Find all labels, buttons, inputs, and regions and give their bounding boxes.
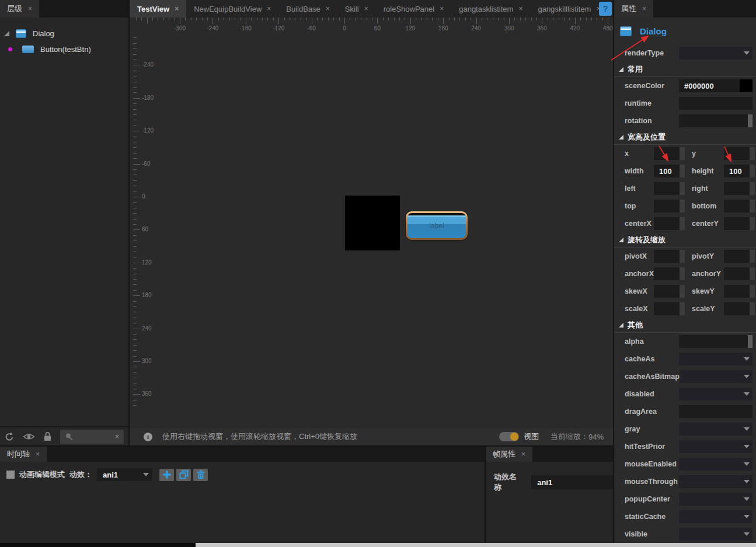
tab-close-icon[interactable]: × [28,5,32,13]
spinner-handle[interactable] [748,114,752,127]
prop-input-width[interactable]: 100 [654,165,685,177]
view-toggle[interactable] [499,432,519,441]
editor-tab-Skill[interactable]: Skill× [337,0,376,18]
prop-input-anchorY[interactable] [724,267,755,280]
tab-hierarchy[interactable]: 层级 × [0,0,39,18]
spinner-handle[interactable] [750,182,755,195]
prop-select-staticCache[interactable] [679,510,752,523]
tab-close-icon[interactable]: × [267,5,271,13]
horizontal-scrollbar[interactable] [0,543,756,547]
tab-properties[interactable]: 属性 × [614,0,653,18]
eye-icon[interactable] [23,433,35,441]
tab-close-icon[interactable]: × [364,5,368,13]
prop-input-skewX[interactable] [654,285,685,298]
prop-input-x[interactable] [654,147,685,160]
scrollbar-thumb[interactable] [0,543,196,547]
editor-tab-roleShowPanel[interactable]: roleShowPanel× [376,0,451,18]
prop-input-y[interactable] [724,147,755,160]
editor-tab-BuildBase[interactable]: BuildBase× [278,0,337,18]
stage-dialog-rect[interactable] [345,196,400,250]
prop-input-right[interactable] [724,182,755,195]
anim-edit-mode-checkbox[interactable] [6,471,15,479]
prop-input-top[interactable] [654,200,685,212]
prop-input-centerY[interactable] [724,217,755,230]
spinner-handle[interactable] [750,147,755,160]
spinner-handle[interactable] [750,285,755,298]
editor-tab-TestView[interactable]: TestView× [130,0,186,18]
tab-frame-properties[interactable]: 帧属性 × [486,447,532,462]
prop-select-renderType[interactable] [679,47,752,60]
prop-select-disabled[interactable] [679,388,752,400]
editor-tab-NewEquipBuildView[interactable]: NewEquipBuildView× [186,0,278,18]
tab-close-icon[interactable]: × [326,5,330,13]
section-header[interactable]: 常用 [614,62,756,77]
tree-node-dialog[interactable]: Dialog [0,26,128,41]
lock-icon[interactable] [44,431,51,441]
spinner-handle[interactable] [750,217,755,230]
clear-search-icon[interactable]: × [115,433,119,441]
tab-close-icon[interactable]: × [518,5,522,13]
prop-input-bottom[interactable] [724,200,755,212]
spinner-handle[interactable] [750,267,755,280]
effect-select[interactable]: ani1 [97,468,152,481]
prop-select-hitTestPrior[interactable] [679,440,752,453]
spinner-handle[interactable] [750,165,755,177]
prop-input-rotation[interactable] [679,114,752,127]
expand-caret-icon[interactable] [4,31,9,36]
prop-input-dragArea[interactable] [679,405,752,418]
tab-timeline[interactable]: 时间轴 × [0,447,47,462]
prop-input-anchorX[interactable] [654,267,685,280]
color-swatch[interactable] [740,79,752,92]
spinner-handle[interactable] [748,335,752,348]
editor-tab-gangtasklistitem[interactable]: gangtasklistitem× [451,0,530,18]
tab-close-icon[interactable]: × [175,5,179,13]
prop-input-height[interactable]: 100 [724,165,755,177]
spinner-handle[interactable] [750,200,755,212]
prop-input-sceneColor[interactable]: #000000 [679,79,752,92]
spinner-handle[interactable] [680,217,685,230]
spinner-handle[interactable] [680,250,685,263]
add-effect-button[interactable] [159,469,174,481]
prop-input-alpha[interactable] [679,335,752,348]
prop-select-mouseThrough[interactable] [679,475,752,488]
duplicate-effect-button[interactable] [176,469,191,481]
prop-input-centerX[interactable] [654,217,685,230]
spinner-handle[interactable] [680,285,685,298]
canvas-viewport[interactable]: label -300-240-180-120-60060120180240300… [130,18,613,428]
help-button[interactable]: ? [599,2,612,16]
spinner-handle[interactable] [680,302,685,315]
prop-input-pivotY[interactable] [724,250,755,263]
section-header[interactable]: 其他 [614,318,756,333]
tab-close-icon[interactable]: × [440,5,444,13]
spinner-handle[interactable] [680,165,685,177]
refresh-icon[interactable] [5,432,14,441]
prop-input-left[interactable] [654,182,685,195]
prop-select-visible[interactable] [679,528,752,541]
prop-select-mouseEnabled[interactable] [679,458,752,471]
prop-input-runtime[interactable] [679,97,752,110]
spinner-handle[interactable] [750,250,755,263]
stage-button[interactable]: label [406,211,468,240]
prop-input-scaleX[interactable] [654,302,685,315]
spinner-handle[interactable] [680,147,685,160]
section-header[interactable]: 旋转及缩放 [614,232,756,248]
spinner-handle[interactable] [750,302,755,315]
spinner-handle[interactable] [680,200,685,212]
prop-select-gray[interactable] [679,423,752,435]
tab-close-icon[interactable]: × [36,450,40,458]
prop-select-cacheAs[interactable] [679,353,752,365]
prop-select-cacheAsBitmap[interactable] [680,370,752,383]
tree-node-button[interactable]: Button(testBtn) [0,41,128,57]
toggle-knob[interactable] [510,433,518,441]
prop-input-pivotX[interactable] [654,250,685,263]
search-input[interactable]: × [60,430,124,444]
prop-input-skewY[interactable] [724,285,755,298]
tab-close-icon[interactable]: × [521,450,525,458]
spinner-handle[interactable] [680,182,685,195]
prop-select-popupCenter[interactable] [679,493,752,506]
editor-tab-gangskilllistitem[interactable]: gangskilllistitem× [530,0,608,18]
prop-input-scaleY[interactable] [724,302,755,315]
section-header[interactable]: 宽高及位置 [614,130,756,145]
delete-effect-button[interactable] [193,469,208,481]
tab-close-icon[interactable]: × [642,5,646,13]
